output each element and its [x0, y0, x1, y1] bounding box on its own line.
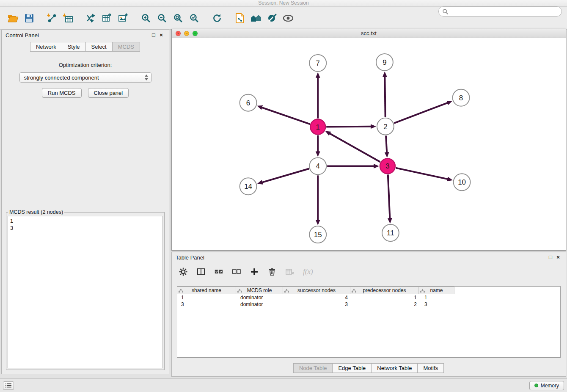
close-panel-icon[interactable]: ×	[554, 254, 562, 260]
graph-edge-1-2[interactable]	[326, 127, 371, 127]
graph-edge-3-10[interactable]	[396, 168, 448, 179]
table-cell[interactable]: 3	[284, 301, 352, 307]
home-icon[interactable]	[248, 10, 264, 26]
delete-row-icon[interactable]	[267, 267, 277, 276]
table-panel-tabs: Node TableEdge TableNetwork TableMotifs	[172, 363, 566, 373]
search-icon	[443, 9, 448, 14]
graph-node-label: 10	[458, 178, 466, 186]
delete-column-icon[interactable]	[285, 267, 295, 276]
graph-edge-2-8[interactable]	[394, 103, 447, 123]
network-window-titlebar[interactable]: ×−+ scc.txt	[172, 29, 566, 38]
table-cell[interactable]: 3	[177, 301, 237, 307]
column-header-label: predecessor nodes	[363, 287, 406, 293]
table-panel: Table Panel □ × f(x) shared nameMCDS rol…	[171, 252, 566, 377]
session-titlebar: Session: New Session	[0, 0, 567, 7]
show-graphics-icon[interactable]	[280, 10, 296, 26]
node-table[interactable]: shared nameMCDS rolesuccessor nodesprede…	[177, 286, 561, 358]
tab-motifs[interactable]: Motifs	[417, 363, 444, 373]
unselect-all-icon[interactable]	[232, 267, 241, 276]
network-canvas[interactable]: 7968124314101511	[172, 38, 566, 250]
graph-node-label: 11	[387, 229, 394, 237]
window-traffic-lights: ×−+	[176, 31, 198, 36]
tab-edge-table[interactable]: Edge Table	[332, 363, 372, 373]
export-image-icon[interactable]	[115, 10, 131, 26]
graph-edge-3-1[interactable]	[330, 133, 380, 162]
select-stepper-icon	[144, 74, 149, 81]
search-box[interactable]	[438, 6, 562, 17]
column-header-shared-name[interactable]: shared name	[177, 287, 236, 294]
tab-network[interactable]: Network	[30, 42, 62, 52]
graph-node-label: 14	[244, 182, 252, 190]
refresh-view-icon[interactable]	[209, 10, 225, 26]
import-table-file-icon[interactable]	[60, 10, 76, 26]
table-cell[interactable]: 2	[352, 301, 421, 307]
settings-gear-icon[interactable]	[179, 267, 188, 276]
network-window-title: scc.txt	[361, 30, 377, 36]
optimization-criterion-label: Optimization criterion:	[2, 62, 169, 68]
network-document-icon[interactable]	[232, 10, 248, 26]
table-panel-title: Table Panel	[176, 254, 204, 261]
table-cell[interactable]: 3	[421, 301, 457, 307]
mcds-result-list[interactable]: 13	[8, 216, 163, 368]
graph-edge-2-9[interactable]	[385, 77, 385, 117]
float-panel-icon[interactable]: □	[547, 254, 554, 260]
import-network-file-icon[interactable]	[44, 10, 60, 26]
zoom-out-icon[interactable]	[154, 10, 170, 26]
table-cell[interactable]: dominator	[237, 301, 284, 307]
minimize-window-icon[interactable]: −	[184, 31, 189, 36]
graph-edge-1-6[interactable]	[262, 108, 310, 124]
graph-edge-4-14[interactable]	[262, 169, 309, 182]
graph-edge-2-3[interactable]	[386, 136, 387, 153]
open-file-icon[interactable]	[5, 10, 21, 26]
add-row-icon[interactable]	[250, 267, 259, 276]
column-header-name[interactable]: name	[418, 287, 454, 294]
network-graph[interactable]: 7968124314101511	[172, 38, 566, 250]
node-table-header: shared nameMCDS rolesuccessor nodesprede…	[177, 287, 560, 294]
zoom-window-icon[interactable]: +	[193, 31, 198, 36]
table-cell[interactable]: 1	[421, 295, 457, 301]
close-panel-icon[interactable]: ×	[157, 32, 165, 38]
criterion-selected-value: strongly connected component	[24, 75, 144, 81]
table-cell[interactable]: dominator	[237, 295, 284, 301]
save-session-icon[interactable]	[21, 10, 37, 26]
graph-node-label: 15	[314, 231, 322, 239]
graph-node-label: 2	[383, 123, 387, 131]
control-panel-title: Control Panel	[6, 32, 39, 39]
table-row[interactable]: 1dominator411	[177, 294, 560, 301]
column-header-successor-nodes[interactable]: successor nodes	[283, 287, 350, 294]
select-all-icon[interactable]	[214, 267, 223, 276]
zoom-selected-icon[interactable]	[186, 10, 202, 26]
apply-style-icon[interactable]	[264, 10, 280, 26]
close-window-icon[interactable]: ×	[176, 31, 181, 36]
tab-select[interactable]: Select	[85, 42, 113, 52]
zoom-in-icon[interactable]	[138, 10, 154, 26]
table-cell[interactable]: 1	[352, 295, 421, 301]
graph-edge-3-11[interactable]	[388, 174, 390, 218]
table-cell[interactable]: 1	[177, 295, 237, 301]
tab-style[interactable]: Style	[62, 42, 86, 52]
tab-network-table[interactable]: Network Table	[371, 363, 418, 373]
column-header-label: name	[430, 287, 443, 293]
run-mcds-button[interactable]: Run MCDS	[42, 88, 82, 98]
table-cell[interactable]: 4	[284, 295, 352, 301]
close-panel-button[interactable]: Close panel	[88, 88, 129, 98]
function-builder-icon[interactable]: f(x)	[303, 268, 313, 276]
network-arrows-icon[interactable]	[83, 10, 99, 26]
task-history-button[interactable]	[3, 381, 14, 390]
export-table-icon[interactable]	[99, 10, 115, 26]
graph-node-label: 8	[459, 94, 463, 102]
mcds-result-line: 1	[10, 217, 160, 224]
column-layout-icon[interactable]	[196, 267, 206, 276]
column-header-MCDS-role[interactable]: MCDS role	[236, 287, 283, 294]
tab-node-table[interactable]: Node Table	[293, 363, 333, 373]
graph-edges	[262, 77, 448, 220]
zoom-fit-icon[interactable]	[170, 10, 186, 26]
table-row[interactable]: 3dominator323	[177, 301, 560, 308]
tab-mcds[interactable]: MCDS	[112, 42, 140, 52]
search-input[interactable]	[451, 8, 558, 14]
memory-button[interactable]: Memory	[529, 381, 564, 390]
session-title: Session: New Session	[258, 0, 308, 6]
criterion-select[interactable]: strongly connected component	[19, 72, 151, 83]
float-panel-icon[interactable]: □	[150, 32, 157, 38]
column-header-predecessor-nodes[interactable]: predecessor nodes	[350, 287, 419, 294]
